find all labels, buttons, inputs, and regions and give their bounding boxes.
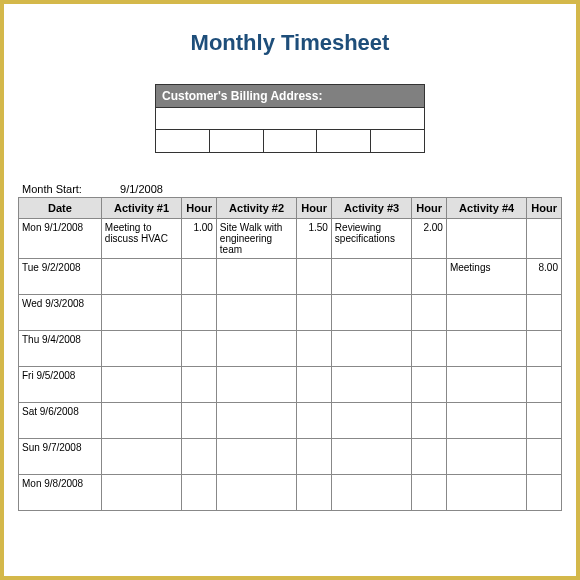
hour-cell bbox=[527, 439, 562, 475]
col-activity4: Activity #4 bbox=[446, 198, 527, 219]
hour-cell bbox=[182, 439, 217, 475]
date-cell: Mon 9/1/2008 bbox=[19, 219, 102, 259]
activity-cell bbox=[101, 403, 182, 439]
document-frame: Monthly Timesheet Customer's Billing Add… bbox=[0, 0, 580, 580]
table-row: Wed 9/3/2008 bbox=[19, 295, 562, 331]
hour-cell bbox=[182, 295, 217, 331]
hour-cell bbox=[182, 403, 217, 439]
hour-cell bbox=[412, 367, 447, 403]
billing-row-1 bbox=[156, 108, 424, 130]
activity-cell bbox=[101, 367, 182, 403]
activity-cell bbox=[216, 475, 297, 511]
hour-cell bbox=[297, 439, 332, 475]
activity-cell bbox=[101, 331, 182, 367]
timesheet-table: Date Activity #1 Hour Activity #2 Hour A… bbox=[18, 197, 562, 511]
activity-cell bbox=[216, 259, 297, 295]
hour-cell bbox=[297, 295, 332, 331]
billing-cell bbox=[156, 130, 210, 152]
activity-cell bbox=[101, 439, 182, 475]
hour-cell: 2.00 bbox=[412, 219, 447, 259]
activity-cell: Reviewing specifications bbox=[331, 219, 412, 259]
date-cell: Fri 9/5/2008 bbox=[19, 367, 102, 403]
activity-cell bbox=[446, 403, 527, 439]
header-row: Date Activity #1 Hour Activity #2 Hour A… bbox=[19, 198, 562, 219]
hour-cell bbox=[297, 403, 332, 439]
hour-cell bbox=[527, 331, 562, 367]
activity-cell: Site Walk with engineering team bbox=[216, 219, 297, 259]
activity-cell bbox=[446, 367, 527, 403]
table-row: Fri 9/5/2008 bbox=[19, 367, 562, 403]
billing-row-2 bbox=[156, 130, 424, 152]
hour-cell bbox=[182, 259, 217, 295]
hour-cell bbox=[412, 403, 447, 439]
activity-cell bbox=[101, 475, 182, 511]
billing-header: Customer's Billing Address: bbox=[156, 85, 424, 108]
activity-cell: Meeting to discuss HVAC bbox=[101, 219, 182, 259]
table-row: Thu 9/4/2008 bbox=[19, 331, 562, 367]
col-activity2: Activity #2 bbox=[216, 198, 297, 219]
hour-cell bbox=[297, 367, 332, 403]
activity-cell bbox=[446, 475, 527, 511]
col-hour1: Hour bbox=[182, 198, 217, 219]
hour-cell: 1.50 bbox=[297, 219, 332, 259]
activity-cell bbox=[331, 403, 412, 439]
hour-cell bbox=[527, 295, 562, 331]
table-row: Sat 9/6/2008 bbox=[19, 403, 562, 439]
date-cell: Thu 9/4/2008 bbox=[19, 331, 102, 367]
activity-cell bbox=[331, 475, 412, 511]
activity-cell bbox=[446, 331, 527, 367]
billing-address-box: Customer's Billing Address: bbox=[155, 84, 425, 153]
activity-cell bbox=[331, 295, 412, 331]
col-activity3: Activity #3 bbox=[331, 198, 412, 219]
activity-cell bbox=[216, 331, 297, 367]
table-row: Mon 9/8/2008 bbox=[19, 475, 562, 511]
hour-cell bbox=[412, 295, 447, 331]
hour-cell bbox=[527, 475, 562, 511]
date-cell: Mon 9/8/2008 bbox=[19, 475, 102, 511]
timesheet-body: Mon 9/1/2008Meeting to discuss HVAC1.00S… bbox=[19, 219, 562, 511]
activity-cell bbox=[216, 295, 297, 331]
hour-cell bbox=[182, 331, 217, 367]
col-hour3: Hour bbox=[412, 198, 447, 219]
billing-cell bbox=[317, 130, 371, 152]
hour-cell: 8.00 bbox=[527, 259, 562, 295]
hour-cell bbox=[297, 475, 332, 511]
activity-cell bbox=[101, 259, 182, 295]
hour-cell bbox=[527, 403, 562, 439]
activity-cell bbox=[216, 439, 297, 475]
hour-cell bbox=[412, 439, 447, 475]
activity-cell bbox=[331, 259, 412, 295]
billing-cell bbox=[264, 130, 318, 152]
activity-cell bbox=[446, 219, 527, 259]
col-hour4: Hour bbox=[527, 198, 562, 219]
date-cell: Wed 9/3/2008 bbox=[19, 295, 102, 331]
activity-cell bbox=[446, 295, 527, 331]
hour-cell bbox=[412, 331, 447, 367]
table-row: Mon 9/1/2008Meeting to discuss HVAC1.00S… bbox=[19, 219, 562, 259]
activity-cell bbox=[331, 439, 412, 475]
hour-cell: 1.00 bbox=[182, 219, 217, 259]
hour-cell bbox=[297, 331, 332, 367]
hour-cell bbox=[297, 259, 332, 295]
hour-cell bbox=[182, 367, 217, 403]
month-start-row: Month Start: 9/1/2008 bbox=[22, 183, 562, 195]
activity-cell bbox=[101, 295, 182, 331]
billing-cell bbox=[210, 130, 264, 152]
table-row: Tue 9/2/2008Meetings8.00 bbox=[19, 259, 562, 295]
page-title: Monthly Timesheet bbox=[18, 30, 562, 56]
date-cell: Tue 9/2/2008 bbox=[19, 259, 102, 295]
activity-cell bbox=[216, 367, 297, 403]
date-cell: Sun 9/7/2008 bbox=[19, 439, 102, 475]
activity-cell: Meetings bbox=[446, 259, 527, 295]
activity-cell bbox=[216, 403, 297, 439]
hour-cell bbox=[412, 259, 447, 295]
month-start-value: 9/1/2008 bbox=[120, 183, 163, 195]
month-start-label: Month Start: bbox=[22, 183, 117, 195]
activity-cell bbox=[331, 367, 412, 403]
hour-cell bbox=[527, 367, 562, 403]
col-date: Date bbox=[19, 198, 102, 219]
activity-cell bbox=[446, 439, 527, 475]
hour-cell bbox=[527, 219, 562, 259]
col-hour2: Hour bbox=[297, 198, 332, 219]
billing-cell bbox=[371, 130, 424, 152]
